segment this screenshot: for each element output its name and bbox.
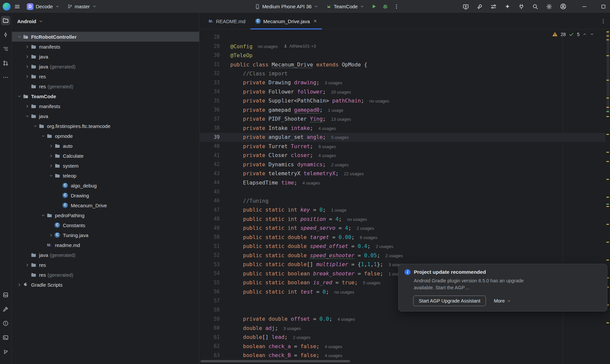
chevron-collapsed-icon[interactable] — [24, 263, 30, 267]
tree-item-opmode[interactable]: opmode — [12, 131, 199, 141]
chevron-collapsed-icon[interactable] — [48, 164, 54, 168]
terminal-icon[interactable] — [1, 333, 10, 342]
sparkle-icon[interactable] — [503, 2, 512, 11]
line-number[interactable]: 60 — [200, 324, 230, 333]
line-number[interactable]: 32 — [200, 69, 230, 78]
code-line-33[interactable]: 33 private Drawing drawing;3 usages — [200, 78, 605, 88]
line-number[interactable]: 33 — [200, 78, 230, 88]
line-number[interactable]: 54 — [200, 269, 230, 278]
code-line-42[interactable]: 42 private Dynamics dynamics;2 usages — [200, 160, 605, 169]
chevron-expanded-icon[interactable] — [16, 35, 22, 39]
project-widget[interactable]: D Decode — [24, 2, 63, 11]
line-number[interactable]: 56 — [200, 287, 230, 297]
line-number[interactable]: 46 — [200, 196, 230, 206]
code-line-38[interactable]: 38 private Intake intake;4 usages — [200, 124, 605, 133]
tab-readme-md[interactable]: M↓README.md — [204, 13, 250, 29]
tree-item-ftcrobotcontroller[interactable]: FtcRobotController — [12, 32, 199, 42]
debug-button[interactable] — [380, 2, 390, 11]
tree-item-java[interactable]: java(generated) — [12, 250, 199, 260]
tree-item-drawing[interactable]: CDrawing — [12, 190, 199, 200]
usage-hint[interactable]: 4 usages — [325, 344, 342, 349]
code-line-43[interactable]: 43 private telemetryX telemetryX;22 usag… — [200, 169, 605, 179]
chevron-collapsed-icon[interactable] — [48, 144, 54, 148]
tree-item-java[interactable]: java(generated) — [12, 61, 199, 71]
line-number[interactable]: 35 — [200, 97, 230, 106]
pull-requests-icon[interactable] — [1, 59, 10, 68]
error-stripe[interactable] — [605, 29, 610, 364]
line-number[interactable]: 48 — [200, 215, 230, 224]
usage-hint[interactable]: 4 usages — [337, 317, 355, 322]
line-number[interactable]: 30 — [200, 51, 230, 60]
usage-hint[interactable]: 2 usages — [385, 253, 403, 258]
tree-item-teleop[interactable]: teleop — [12, 171, 199, 181]
code-line-39[interactable]: 39 private angular_set angle;5 usages — [200, 133, 605, 142]
line-number[interactable]: 47 — [200, 206, 230, 215]
line-number[interactable]: 49 — [200, 224, 230, 233]
gear-icon[interactable] — [545, 2, 554, 11]
rocket-icon[interactable] — [475, 2, 484, 11]
usage-hint[interactable]: 20 usages — [331, 90, 351, 95]
tree-item-teamcode[interactable]: TeamCode — [12, 91, 199, 101]
code-line-28[interactable]: 28 — [200, 33, 605, 42]
code-line-50[interactable]: 50 public static double target = 0.00;6 … — [200, 233, 605, 242]
vcs-branch-widget[interactable]: master — [65, 2, 100, 11]
chevron-expanded-icon[interactable] — [40, 213, 46, 218]
line-number[interactable]: 58 — [200, 305, 230, 315]
more-button[interactable]: More — [494, 298, 511, 303]
line-number[interactable]: 38 — [200, 124, 230, 133]
line-number[interactable]: 45 — [200, 187, 230, 197]
usage-hint[interactable]: 3 usages — [325, 80, 342, 85]
usage-hint[interactable]: no usages — [258, 44, 278, 49]
tree-item-system[interactable]: system — [12, 161, 199, 171]
tree-item-res[interactable]: res — [12, 260, 199, 270]
usage-hint[interactable]: no usages — [370, 99, 389, 103]
code-line-34[interactable]: 34 private Follower follower;20 usages — [200, 87, 605, 97]
code-line-59[interactable]: 59 private double offset = 0.0;4 usages — [200, 315, 605, 324]
tree-item-org-firstinspires-ftc-teamcode[interactable]: org.firstinspires.ftc.teamcode — [12, 121, 199, 131]
chevron-expanded-icon[interactable] — [48, 174, 54, 178]
line-number[interactable]: 37 — [200, 115, 230, 124]
chevron-collapsed-icon[interactable] — [24, 64, 30, 69]
usage-hint[interactable]: 2 usages — [331, 162, 349, 167]
build-icon[interactable] — [1, 304, 10, 314]
avatar-icon[interactable] — [558, 2, 568, 11]
tree-item-calculate[interactable]: Calculate — [12, 151, 199, 161]
chevron-expanded-icon[interactable] — [16, 94, 22, 99]
code-line-46[interactable]: 46 //Tuning — [200, 196, 605, 206]
next-highlight-chevron-down-icon[interactable] — [590, 32, 594, 36]
chevron-collapsed-icon[interactable] — [24, 45, 30, 49]
main-menu-hamburger-icon[interactable] — [13, 2, 22, 11]
usage-hint[interactable]: 4 usages — [318, 126, 336, 131]
tree-item-algo-debug[interactable]: Calgo_debug — [12, 181, 199, 190]
problems-icon[interactable] — [1, 319, 10, 328]
line-number[interactable]: 41 — [200, 151, 230, 160]
usage-hint[interactable]: no usages — [347, 217, 367, 222]
prev-highlight-chevron-up-icon[interactable] — [583, 32, 587, 36]
code-line-41[interactable]: 41 private Closer closer;4 usages — [200, 151, 605, 160]
line-number[interactable]: 39 — [200, 133, 230, 142]
vertical-scrollbar[interactable] — [607, 30, 609, 113]
more-tools-icon[interactable] — [1, 73, 10, 82]
chevron-collapsed-icon[interactable] — [24, 55, 30, 59]
git-branch-icon[interactable] — [1, 347, 10, 356]
code-line-29[interactable]: 29@Configno usagesAllNew101 +3 — [200, 42, 605, 51]
line-number[interactable]: 29 — [200, 42, 230, 51]
usage-hint[interactable]: no usages — [334, 290, 354, 295]
tree-item-res[interactable]: res(generated) — [12, 270, 199, 280]
horizontal-scrollbar[interactable] — [200, 360, 350, 362]
tree-item-tuning-java[interactable]: CTuning.java — [12, 230, 199, 240]
resource-manager-icon[interactable] — [1, 290, 10, 300]
code-line-30[interactable]: 30@TeleOp — [200, 51, 605, 60]
code-line-32[interactable]: 32 //Class import — [200, 69, 605, 78]
tree-item-pedropathing[interactable]: pedroPathing — [12, 210, 199, 220]
maximize-button[interactable] — [599, 2, 608, 11]
commit-icon[interactable] — [1, 30, 10, 39]
chevron-expanded-icon[interactable] — [32, 124, 38, 128]
tree-item-java[interactable]: java — [12, 52, 199, 61]
usage-hint[interactable]: 9 usages — [318, 144, 336, 149]
tab-options-kebab-icon[interactable] — [600, 13, 606, 29]
plug-icon[interactable] — [517, 2, 526, 11]
usage-hint[interactable]: 5 usages — [331, 135, 349, 140]
line-number[interactable]: 57 — [200, 297, 230, 306]
code-line-45[interactable]: 45 — [200, 187, 605, 197]
